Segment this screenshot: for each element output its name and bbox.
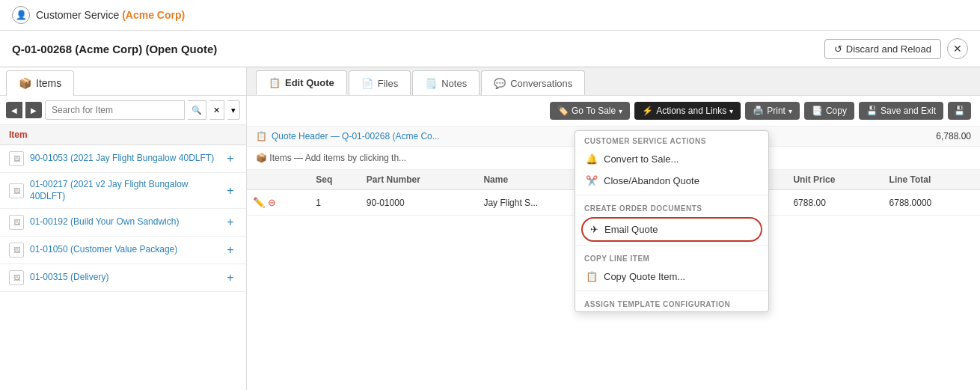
edit-quote-icon: 📋 <box>269 77 281 88</box>
cell-unit-price: 6788.00 <box>787 190 883 216</box>
left-panel-tabs: 📦 Items <box>0 67 246 96</box>
company-name: (Acme Corp) <box>122 9 185 21</box>
assign-template-section-label: ASSIGN TEMPLATE CONFIGURATION <box>575 294 768 311</box>
customer-service-section-label: CUSTOMER SERVICE ACTIONS <box>575 131 768 148</box>
item-list: 🖼 90-01053 (2021 Jay Flight Bungalow 40D… <box>0 145 246 390</box>
search-button[interactable]: 🔍 <box>188 100 206 120</box>
nav-next-button[interactable]: ▶ <box>25 102 42 118</box>
edit-quote-label: Edit Quote <box>285 77 334 88</box>
notes-label: Notes <box>441 78 467 89</box>
item-name: 01-00315 (Delivery) <box>30 272 218 284</box>
list-item: 🖼 01-01050 (Customer Value Package) + <box>0 237 246 264</box>
copy-button[interactable]: 📑 Copy <box>804 102 854 120</box>
item-name: 01-01050 (Customer Value Package) <box>30 244 218 256</box>
main-layout: 📦 Items ◀ ▶ 🔍 ✕ ▾ Item 🖼 90-01053 (2021 … <box>0 67 980 390</box>
scissors-icon: ✂️ <box>586 175 598 186</box>
conversations-label: Conversations <box>510 78 572 89</box>
search-dropdown-button[interactable]: ▾ <box>227 100 240 120</box>
add-item-button[interactable]: + <box>224 243 237 257</box>
cell-seq: 1 <box>310 190 361 216</box>
item-name: 90-01053 (2021 Jay Flight Bungalow 40DLF… <box>30 153 218 165</box>
item-name: 01-00192 (Build Your Own Sandwich) <box>30 216 218 228</box>
col-unit-price: Unit Price <box>787 170 883 190</box>
divider <box>575 290 768 291</box>
reload-icon: ↺ <box>834 43 842 55</box>
copy-quote-item[interactable]: 📋 Copy Quote Item... <box>575 266 768 287</box>
toolbar: 🏷️ Go To Sale ▾ ⚡ Actions and Links ▾ 🖨️… <box>247 96 980 127</box>
list-item: 🖼 01-00217 (2021 v2 Jay Flight Bungalow … <box>0 173 246 209</box>
files-icon: 📄 <box>361 78 373 89</box>
add-item-button[interactable]: + <box>224 216 237 229</box>
bell-icon: 🔔 <box>586 153 598 165</box>
go-to-sale-icon: 🏷️ <box>557 106 569 116</box>
col-line-total: Line Total <box>883 170 980 190</box>
edit-row-button[interactable]: ✏️ <box>253 197 266 208</box>
email-quote-item[interactable]: ✈ Email Quote <box>581 217 762 242</box>
clear-search-button[interactable]: ✕ <box>209 100 224 120</box>
items-icon: 📦 <box>256 153 267 163</box>
cell-line-total: 6788.0000 <box>883 190 980 216</box>
quote-header-icon: 📋 <box>256 131 267 141</box>
nav-prev-button[interactable]: ◀ <box>6 102 22 118</box>
search-bar: ◀ ▶ 🔍 ✕ ▾ <box>0 96 246 125</box>
save-exit-icon: 💾 <box>866 106 878 116</box>
files-label: Files <box>378 78 398 89</box>
disk-icon: 💾 <box>954 106 965 116</box>
copy-item-icon: 📋 <box>586 271 598 282</box>
app-title: Customer Service (Acme Corp) <box>36 9 185 21</box>
discard-reload-button[interactable]: ↺ Discard and Reload <box>824 39 941 59</box>
add-item-button[interactable]: + <box>224 184 237 198</box>
right-panel: 📋 Edit Quote 📄 Files 🗒️ Notes 💬 Conversa… <box>247 67 980 390</box>
chevron-down-icon: ▾ <box>788 107 792 115</box>
close-button[interactable]: ✕ <box>947 38 968 59</box>
delete-row-button[interactable]: ⊖ <box>268 197 276 208</box>
close-abandon-item[interactable]: ✂️ Close/Abandon Quote <box>575 170 768 192</box>
chevron-down-icon: ▾ <box>729 107 733 115</box>
quote-amount: 6,788.00 <box>936 131 971 141</box>
item-image-icon: 🖼 <box>9 243 24 258</box>
item-image-icon: 🖼 <box>9 151 24 166</box>
tab-files[interactable]: 📄 Files <box>349 70 411 95</box>
items-tab-label: Items <box>36 77 61 89</box>
right-content: 🏷️ Go To Sale ▾ ⚡ Actions and Links ▾ 🖨️… <box>247 96 980 390</box>
lightning-icon: ⚡ <box>642 106 653 116</box>
copy-icon: 📑 <box>812 106 823 116</box>
items-table-header: Item <box>0 125 246 145</box>
tab-notes[interactable]: 🗒️ Notes <box>412 70 480 95</box>
list-item: 🖼 01-00192 (Build Your Own Sandwich) + <box>0 209 246 237</box>
divider <box>575 195 768 195</box>
divider <box>575 245 768 246</box>
go-to-sale-button[interactable]: 🏷️ Go To Sale ▾ <box>550 102 630 120</box>
add-item-button[interactable]: + <box>224 152 237 165</box>
conversations-icon: 💬 <box>494 78 506 89</box>
save-exit-button[interactable]: 💾 Save and Exit <box>859 102 943 120</box>
tab-items[interactable]: 📦 Items <box>6 70 74 96</box>
send-icon: ✈ <box>590 224 598 235</box>
create-order-section-label: CREATE ORDER DOCUMENTS <box>575 198 768 216</box>
actions-dropdown: CUSTOMER SERVICE ACTIONS 🔔 Convert to Sa… <box>575 130 769 312</box>
row-actions: ✏️ ⊖ <box>247 190 310 216</box>
list-item: 🖼 01-00315 (Delivery) + <box>0 264 246 292</box>
tab-edit-quote[interactable]: 📋 Edit Quote <box>256 70 347 95</box>
col-part-number: Part Number <box>361 170 478 190</box>
tab-conversations[interactable]: 💬 Conversations <box>481 70 585 95</box>
save-icon-button[interactable]: 💾 <box>948 102 971 120</box>
user-icon: 👤 <box>12 6 30 24</box>
chevron-down-icon: ▾ <box>619 107 622 115</box>
quote-header-link[interactable]: Quote Header — Q-01-00268 (Acme Co... <box>272 131 440 141</box>
items-tab-icon: 📦 <box>19 77 31 89</box>
list-item: 🖼 90-01053 (2021 Jay Flight Bungalow 40D… <box>0 145 246 173</box>
convert-to-sale-item[interactable]: 🔔 Convert to Sale... <box>575 148 768 170</box>
actions-links-button[interactable]: ⚡ Actions and Links ▾ <box>634 102 741 120</box>
add-item-button[interactable]: + <box>224 271 237 284</box>
col-actions <box>247 170 310 190</box>
print-button[interactable]: 🖨️ Print ▾ <box>745 102 800 120</box>
cell-part-number: 90-01000 <box>361 190 478 216</box>
quote-title: Q-01-00268 (Acme Corp) (Open Quote) <box>12 43 217 55</box>
item-name: 01-00217 (2021 v2 Jay Flight Bungalow 40… <box>30 179 218 202</box>
close-icon: ✕ <box>953 43 962 55</box>
quote-bar: Q-01-00268 (Acme Corp) (Open Quote) ↺ Di… <box>0 31 980 67</box>
search-input[interactable] <box>45 100 185 120</box>
left-panel: 📦 Items ◀ ▶ 🔍 ✕ ▾ Item 🖼 90-01053 (2021 … <box>0 67 247 390</box>
print-icon: 🖨️ <box>753 106 764 116</box>
